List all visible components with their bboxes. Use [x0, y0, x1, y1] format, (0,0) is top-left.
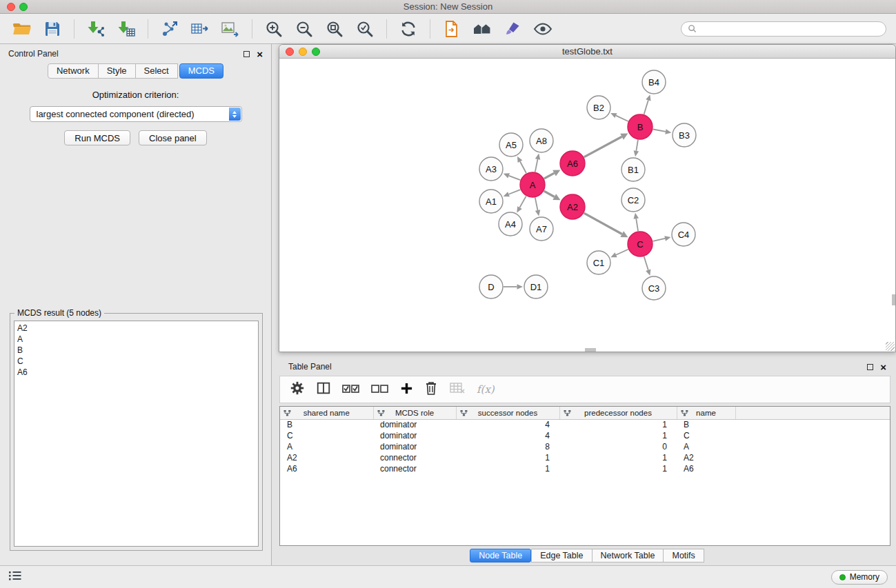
table-cell[interactable]: 1	[456, 463, 559, 474]
graph-node-A5[interactable]: A5	[499, 133, 523, 156]
network-canvas[interactable]: AA6A2BCA1A3A4A5A7A8B1B2B3B4C1C2C3C4DD1	[279, 59, 895, 352]
combo-stepper-icon[interactable]	[229, 108, 241, 121]
column-header-MCDS-role[interactable]: MCDS role	[373, 407, 456, 419]
graph-node-A8[interactable]: A8	[530, 129, 553, 152]
graph-edge-C-C3[interactable]	[644, 256, 651, 276]
graph-node-A4[interactable]: A4	[499, 212, 522, 236]
graph-node-A1[interactable]: A1	[479, 190, 503, 213]
table-row[interactable]: Cdominator41C	[280, 430, 890, 441]
function-builder-button[interactable]: f(x)	[477, 383, 495, 396]
table-cell[interactable]: 1	[559, 430, 677, 441]
graph-edge-B-B4[interactable]	[644, 94, 651, 114]
vertical-scroll-indicator[interactable]	[892, 294, 895, 305]
graph-edge-A-A8[interactable]	[535, 154, 540, 172]
table-cell[interactable]: 0	[559, 441, 677, 452]
zoom-selected-button[interactable]	[352, 17, 377, 41]
graph-node-C2[interactable]: C2	[621, 188, 645, 212]
table-cell[interactable]: A2	[677, 452, 735, 463]
mcds-result-item[interactable]: A2	[17, 323, 255, 334]
open-in-browser-button[interactable]	[439, 17, 464, 41]
graph-edge-A6-B[interactable]	[584, 134, 628, 157]
column-header-predecessor-nodes[interactable]: predecessor nodes	[559, 407, 677, 419]
table-cell[interactable]: A6	[677, 463, 735, 474]
export-image-button[interactable]	[218, 17, 243, 41]
home-button[interactable]	[470, 17, 495, 41]
table-cell[interactable]: C	[280, 430, 373, 441]
graph-edge-A-A3[interactable]	[504, 173, 521, 180]
graph-edge-A-A4[interactable]	[517, 196, 526, 213]
graph-edge-A-A6[interactable]	[544, 170, 561, 179]
graph-node-A7[interactable]: A7	[530, 217, 553, 241]
graph-edge-A-A2[interactable]	[544, 191, 561, 200]
tab-mcds[interactable]: MCDS	[179, 63, 223, 79]
close-panel-button[interactable]: ×	[257, 49, 263, 59]
tab-edge-table[interactable]: Edge Table	[531, 549, 592, 562]
memory-button[interactable]: Memory	[831, 570, 888, 585]
table-cell[interactable]: dominator	[373, 430, 456, 441]
graph-node-A6[interactable]: A6	[560, 151, 585, 176]
mcds-result-list[interactable]: A2ABCA6	[14, 321, 259, 547]
search-field[interactable]	[681, 21, 886, 37]
criterion-select[interactable]: largest connected component (directed)	[30, 106, 242, 122]
tab-network-table[interactable]: Network Table	[592, 549, 664, 562]
graph-node-A[interactable]: A	[520, 172, 545, 197]
graph-node-C1[interactable]: C1	[587, 251, 610, 274]
graph-node-B2[interactable]: B2	[587, 96, 610, 119]
zoom-fit-button[interactable]	[322, 17, 347, 41]
mcds-result-item[interactable]: A	[17, 334, 255, 345]
save-session-button[interactable]	[40, 17, 65, 41]
select-all-button[interactable]	[342, 382, 360, 397]
zoom-network-window-button[interactable]	[312, 48, 320, 56]
table-cell[interactable]: C	[677, 430, 735, 441]
tab-network[interactable]: Network	[48, 63, 99, 79]
graph-node-B4[interactable]: B4	[642, 70, 666, 94]
resize-gripper[interactable]	[886, 342, 895, 351]
float-table-panel-button[interactable]	[867, 364, 873, 370]
graph-node-D1[interactable]: D1	[524, 275, 548, 298]
graph-node-A2[interactable]: A2	[560, 194, 585, 219]
add-row-button[interactable]	[400, 382, 413, 398]
graph-node-B3[interactable]: B3	[673, 123, 696, 147]
table-cell[interactable]: 4	[456, 430, 559, 441]
table-row[interactable]: A6connector11A6	[280, 463, 890, 474]
close-network-window-button[interactable]	[286, 48, 294, 56]
graph-node-C4[interactable]: C4	[672, 223, 695, 246]
graph-edge-A-A1[interactable]	[504, 190, 521, 196]
tab-motifs[interactable]: Motifs	[663, 549, 704, 562]
table-row[interactable]: Adominator80A	[280, 441, 890, 452]
graph-node-C3[interactable]: C3	[642, 276, 666, 300]
graph-edge-C-C2[interactable]	[633, 213, 639, 231]
search-input[interactable]	[700, 24, 879, 34]
table-row[interactable]: A2connector11A2	[280, 452, 890, 463]
mcds-result-item[interactable]: C	[17, 356, 255, 367]
table-cell[interactable]: 1	[559, 463, 677, 474]
refresh-view-button[interactable]	[396, 17, 421, 41]
mcds-result-item[interactable]: B	[17, 345, 255, 356]
graph-node-B1[interactable]: B1	[621, 158, 645, 181]
graph-edge-A-A7[interactable]	[535, 198, 540, 216]
graph-node-D[interactable]: D	[479, 275, 503, 298]
tab-select[interactable]: Select	[135, 63, 178, 79]
table-cell[interactable]: 4	[456, 419, 559, 430]
mcds-result-item[interactable]: A6	[17, 367, 255, 378]
network-window-titlebar[interactable]: testGlobe.txt	[279, 45, 895, 59]
table-cell[interactable]: connector	[373, 452, 456, 463]
zoom-window-button[interactable]	[19, 3, 28, 11]
delete-table-button[interactable]	[449, 381, 466, 398]
graph-node-A3[interactable]: A3	[479, 157, 503, 181]
graph-edge-A-A5[interactable]	[517, 156, 526, 173]
minimize-network-window-button[interactable]	[299, 48, 307, 56]
table-cell[interactable]: A2	[280, 452, 373, 463]
tab-node-table[interactable]: Node Table	[470, 549, 531, 562]
table-cell[interactable]: A	[280, 441, 373, 452]
zoom-out-button[interactable]	[292, 17, 317, 41]
table-cell[interactable]: B	[280, 419, 373, 430]
table-cell[interactable]: A6	[280, 463, 373, 474]
graph-edge-C-C1[interactable]	[610, 250, 628, 257]
deselect-all-button[interactable]	[371, 382, 389, 397]
import-network-button[interactable]	[83, 17, 108, 41]
apply-style-button[interactable]	[500, 17, 525, 41]
graph-node-C[interactable]: C	[628, 232, 653, 256]
graph-edge-B-B2[interactable]	[610, 113, 628, 121]
export-network-button[interactable]	[157, 17, 182, 41]
